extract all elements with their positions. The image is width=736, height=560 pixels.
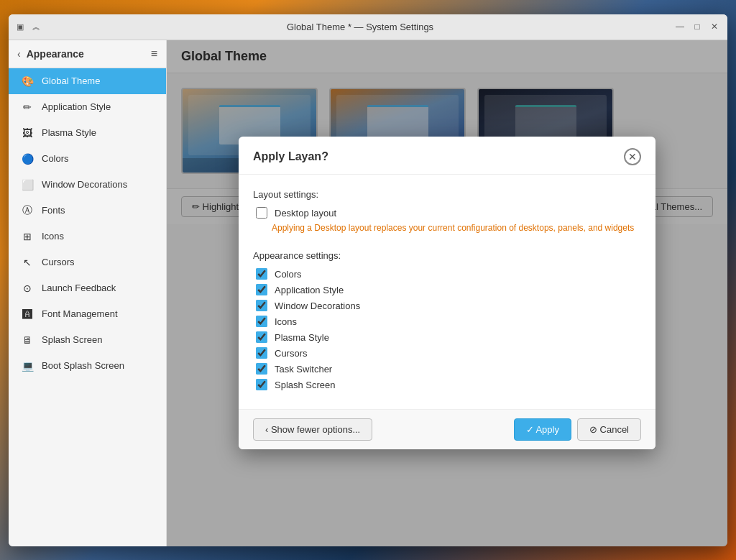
sidebar-label-plasma-style: Plasma Style [42,127,96,138]
sidebar-item-window-decorations[interactable]: ⬜ Window Decorations [9,172,166,198]
sidebar-item-icons[interactable]: ⊞ Icons [9,224,166,249]
titlebar-shade-icon[interactable]: ︽ [30,21,42,32]
colors-label: Colors [275,269,302,280]
colors-checkbox[interactable] [256,268,267,280]
task-switcher-row: Task Switcher [253,363,641,375]
sidebar-header: ‹ Appearance ≡ [9,40,166,68]
icons-checkbox[interactable] [256,316,267,327]
plasma-style-icon: 🖼 [20,126,34,140]
plasma-style-label: Plasma Style [275,332,329,343]
launch-feedback-icon: ⊙ [20,281,34,295]
icons-icon: ⊞ [20,229,34,244]
sidebar-item-launch-feedback[interactable]: ⊙ Launch Feedback [9,275,166,301]
icons-label: Icons [275,316,297,327]
task-switcher-checkbox[interactable] [256,363,267,375]
sidebar-item-application-style[interactable]: ✏ Application Style [9,94,166,120]
content-area: Global Theme ⚡ [167,40,727,546]
close-button[interactable]: ✕ [707,19,722,34]
modal-body: Layout settings: Desktop layout Applying… [239,175,656,409]
titlebar: ▣ ︽ Global Theme * — System Settings — □… [9,14,727,40]
sidebar-label-application-style: Application Style [42,101,111,112]
sidebar-label-boot-splash-screen: Boot Splash Screen [42,360,124,371]
cursors-label: Cursors [275,348,308,359]
main-content: ‹ Appearance ≡ 🎨 Global Theme ✏ Applicat… [9,40,727,546]
modal-title: Apply Layan? [253,150,328,163]
application-style-icon: ✏ [20,100,34,114]
splash-screen-checkbox[interactable] [256,379,267,390]
minimize-button[interactable]: — [673,19,687,34]
window-title: Global Theme * — System Settings [47,22,673,32]
cursors-checkbox[interactable] [256,347,267,359]
window-decorations-icon: ⬜ [20,178,34,192]
sidebar-label-window-decorations: Window Decorations [42,179,127,190]
sidebar-item-boot-splash-screen[interactable]: 💻 Boot Splash Screen [9,353,166,379]
application-style-row: Application Style [253,284,641,295]
colors-row: Colors [253,268,641,280]
sidebar-label-global-theme: Global Theme [42,75,100,86]
application-style-label: Application Style [275,285,344,295]
sidebar-label-fonts: Fonts [42,205,65,216]
modal-footer: ‹ Show fewer options... ✓ Apply ⊘ Cancel [239,409,656,449]
sidebar-title: Appearance [27,48,84,60]
cursors-icon: ↖ [20,255,34,270]
sidebar-menu-button[interactable]: ≡ [151,47,157,60]
colors-icon: 🔵 [20,152,34,166]
plasma-style-row: Plasma Style [253,331,641,343]
application-style-checkbox[interactable] [256,284,267,295]
fonts-icon: Ⓐ [20,203,34,218]
window-icon: ▣ [14,21,26,32]
window-decorations-label: Window Decorations [275,300,360,311]
window-decorations-checkbox[interactable] [256,300,267,311]
cursors-row: Cursors [253,347,641,359]
sidebar-item-plasma-style[interactable]: 🖼 Plasma Style [9,120,166,146]
sidebar-label-launch-feedback: Launch Feedback [42,283,116,293]
sidebar: ‹ Appearance ≡ 🎨 Global Theme ✏ Applicat… [9,40,167,546]
window-decorations-row: Window Decorations [253,300,641,311]
maximize-button[interactable]: □ [690,19,704,34]
sidebar-item-fonts[interactable]: Ⓐ Fonts [9,198,166,224]
global-theme-icon: 🎨 [20,74,34,88]
boot-splash-icon: 💻 [20,359,34,373]
modal-overlay: Apply Layan? ✕ Layout settings: Desktop … [167,40,727,546]
layout-section-title: Layout settings: [253,189,641,200]
sidebar-item-global-theme[interactable]: 🎨 Global Theme [9,68,166,94]
splash-screen-row: Splash Screen [253,379,641,390]
layout-warning: Applying a Desktop layout replaces your … [272,223,641,233]
modal-footer-left: ‹ Show fewer options... [253,418,372,441]
titlebar-controls: — □ ✕ [673,19,722,34]
splash-screen-label: Splash Screen [275,380,336,390]
cancel-button[interactable]: ⊘ Cancel [577,418,641,441]
sidebar-label-icons: Icons [42,231,64,242]
sidebar-item-splash-screen[interactable]: 🖥 Splash Screen [9,327,166,353]
sidebar-label-splash-screen: Splash Screen [42,334,103,345]
titlebar-left-icons: ▣ ︽ [14,21,42,32]
sidebar-label-font-management: Font Management [42,308,118,319]
sidebar-label-cursors: Cursors [42,257,75,267]
sidebar-item-font-management[interactable]: 🅰 Font Management [9,301,166,327]
modal-footer-right: ✓ Apply ⊘ Cancel [514,418,642,441]
font-management-icon: 🅰 [20,307,34,321]
icons-row: Icons [253,316,641,327]
sidebar-item-colors[interactable]: 🔵 Colors [9,146,166,172]
modal-close-button[interactable]: ✕ [624,148,641,165]
apply-dialog: Apply Layan? ✕ Layout settings: Desktop … [239,137,656,449]
desktop-layout-checkbox[interactable] [256,207,267,219]
show-fewer-options-button[interactable]: ‹ Show fewer options... [253,418,372,441]
main-window: ▣ ︽ Global Theme * — System Settings — □… [9,14,727,546]
desktop-layout-label: Desktop layout [275,208,336,219]
modal-header: Apply Layan? ✕ [239,137,656,175]
desktop-layout-row: Desktop layout [253,207,641,219]
appearance-section-title: Appearance settings: [253,250,641,261]
back-button[interactable]: ‹ [17,48,21,60]
plasma-style-checkbox[interactable] [256,331,267,343]
sidebar-item-cursors[interactable]: ↖ Cursors [9,249,166,275]
task-switcher-label: Task Switcher [275,364,332,375]
apply-button[interactable]: ✓ Apply [514,418,571,441]
sidebar-label-colors: Colors [42,153,69,164]
splash-screen-icon: 🖥 [20,333,34,347]
